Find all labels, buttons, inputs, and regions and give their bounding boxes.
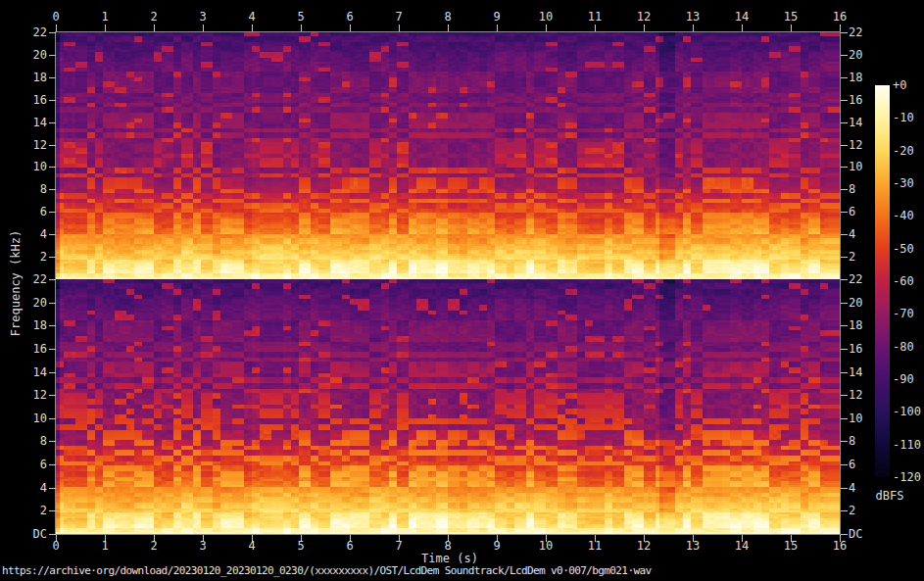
freq-tick-left <box>49 534 56 535</box>
freq-tick-left <box>49 234 56 235</box>
freq-tick-right <box>841 510 848 511</box>
freq-tick-left <box>49 145 56 146</box>
freq-tick-right <box>841 325 848 326</box>
time-tick-top <box>693 24 694 31</box>
time-tick-label-top: 13 <box>686 11 700 24</box>
freq-tick-label-left: 6 <box>40 459 47 471</box>
freq-tick-label-left: 2 <box>40 505 47 517</box>
time-tick-label-top: 11 <box>588 11 602 24</box>
freq-tick-left <box>49 100 56 101</box>
time-tick-top <box>448 24 449 31</box>
colorbar-tick-label: -60 <box>893 275 914 288</box>
time-tick-top <box>497 24 498 31</box>
freq-tick-label-left: 12 <box>33 389 47 402</box>
freq-tick-left <box>49 372 56 373</box>
freq-tick-right <box>841 189 848 190</box>
freq-tick-left <box>49 441 56 442</box>
x-axis-title: Time (s) <box>421 552 478 565</box>
time-tick-label-top: 0 <box>52 11 59 24</box>
freq-tick-left <box>49 349 56 350</box>
time-tick-top <box>546 24 547 31</box>
freq-tick-label-right: 6 <box>849 206 855 218</box>
time-tick-label-bottom: 11 <box>588 540 602 553</box>
colorbar-tick-label: +0 <box>893 79 906 92</box>
freq-tick-label-left: 6 <box>40 206 47 218</box>
freq-tick-right <box>841 32 848 33</box>
freq-tick-right <box>841 279 848 280</box>
freq-tick-right <box>841 534 848 535</box>
time-tick-label-bottom: 5 <box>297 540 304 553</box>
time-tick-top <box>203 24 204 31</box>
time-tick-label-top: 4 <box>248 11 255 24</box>
freq-tick-label-right: 2 <box>849 251 855 264</box>
time-tick-label-top: 5 <box>297 11 304 24</box>
time-tick-top <box>252 24 253 31</box>
spectrogram-figure: Frequency (kHz) 001122334455667788991010… <box>0 0 924 581</box>
freq-tick-label-left: 20 <box>33 49 47 62</box>
freq-tick-right <box>841 77 848 78</box>
time-tick-label-bottom: 4 <box>248 540 255 553</box>
colorbar-tick-label: -20 <box>893 144 914 157</box>
time-tick-label-bottom: 15 <box>784 540 798 553</box>
freq-tick-right <box>841 145 848 146</box>
freq-tick-label-right: 4 <box>849 482 855 495</box>
colorbar-gradient <box>875 85 890 477</box>
freq-tick-left <box>49 77 56 78</box>
spectrogram-channel-1-canvas <box>56 32 840 279</box>
time-tick-top <box>840 24 841 31</box>
freq-tick-right <box>841 418 848 419</box>
freq-tick-left <box>49 325 56 326</box>
time-tick-label-bottom: 8 <box>444 540 451 553</box>
freq-tick-label-left: 4 <box>40 482 47 495</box>
freq-tick-label-left: 14 <box>33 117 47 129</box>
colorbar-tick-label: -100 <box>893 406 921 418</box>
freq-tick-left <box>49 303 56 304</box>
freq-tick-label-left: 16 <box>33 343 47 356</box>
freq-tick-label-right: 18 <box>849 319 862 332</box>
freq-tick-left <box>49 122 56 123</box>
freq-tick-label-left: 20 <box>33 297 47 310</box>
time-tick-label-top: 3 <box>199 11 206 24</box>
time-tick-top <box>399 24 400 31</box>
spectrogram-channel-2-canvas <box>56 279 840 534</box>
file-url-caption: https://archive·org/download/20230120_20… <box>2 564 651 577</box>
freq-tick-label-left: 18 <box>33 319 47 332</box>
freq-tick-label-left: 2 <box>40 251 47 264</box>
freq-tick-label-left: 10 <box>33 412 47 425</box>
freq-tick-label-right: 2 <box>849 505 855 517</box>
freq-tick-label-right: 16 <box>849 343 862 356</box>
freq-tick-label-right: 22 <box>849 273 862 286</box>
freq-tick-left <box>49 418 56 419</box>
time-tick-top <box>350 24 351 31</box>
freq-tick-label-left: 4 <box>40 228 47 241</box>
time-tick-label-bottom: 0 <box>52 540 59 553</box>
freq-tick-right <box>841 349 848 350</box>
freq-tick-label-left: 10 <box>33 161 47 173</box>
freq-tick-left <box>49 212 56 213</box>
time-tick-top <box>595 24 596 31</box>
time-tick-top <box>301 24 302 31</box>
freq-tick-left <box>49 167 56 168</box>
freq-tick-label-left: 14 <box>33 366 47 379</box>
freq-tick-label-right: 14 <box>849 117 862 129</box>
freq-tick-label-right: 22 <box>849 26 862 39</box>
colorbar-tick-label: -110 <box>893 438 921 451</box>
freq-tick-right <box>841 212 848 213</box>
time-tick-label-bottom: 6 <box>346 540 353 553</box>
freq-tick-label-right: 6 <box>849 459 855 471</box>
time-tick-label-bottom: 7 <box>395 540 402 553</box>
colorbar-tick-label: -80 <box>893 340 914 353</box>
freq-tick-label-right: 20 <box>849 49 862 62</box>
freq-tick-left <box>49 488 56 489</box>
time-tick-label-bottom: 14 <box>735 540 749 553</box>
time-tick-label-bottom: 2 <box>150 540 157 553</box>
freq-tick-right <box>841 303 848 304</box>
freq-tick-right <box>841 395 848 396</box>
freq-tick-left <box>49 55 56 56</box>
colorbar-tick-label: -40 <box>893 210 914 222</box>
time-tick-label-bottom: 12 <box>637 540 651 553</box>
time-tick-label-bottom: 16 <box>833 540 847 553</box>
freq-tick-right <box>841 488 848 489</box>
y-axis-title: Frequency (kHz) <box>9 230 23 336</box>
time-tick-label-top: 9 <box>493 11 500 24</box>
